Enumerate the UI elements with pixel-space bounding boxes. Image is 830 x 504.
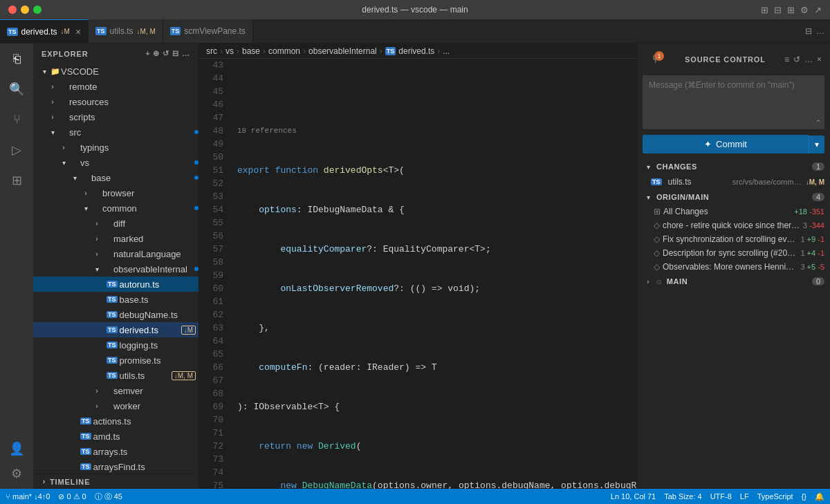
- scm-incoming-header[interactable]: origin/main 4: [637, 189, 830, 205]
- scm-commit-chore[interactable]: ◇ chore - retire quick voice since there…: [637, 218, 830, 232]
- refresh-icon[interactable]: ↺: [163, 49, 169, 58]
- sidebar-item-arraysfind[interactable]: TS arraysFind.ts: [33, 459, 199, 474]
- sidebar-item-common[interactable]: common: [33, 200, 199, 216]
- statusbar-feedback[interactable]: {}: [802, 492, 806, 501]
- scm-close-icon[interactable]: ×: [817, 55, 822, 64]
- statusbar-position[interactable]: Ln 10, Col 71: [611, 492, 656, 501]
- commit-button[interactable]: ✦ Commit: [643, 135, 809, 153]
- scm-file-utils[interactable]: TS utils.ts src/vs/base/common/observabl…: [637, 174, 830, 189]
- new-folder-icon[interactable]: ⊕: [153, 49, 160, 58]
- changes-icon: ⊞: [654, 207, 661, 216]
- explorer-activity-icon[interactable]: ⎗: [4, 46, 29, 71]
- statusbar-branch[interactable]: ⑂ main* ↓4↑0: [6, 492, 50, 501]
- external-icon[interactable]: ↗: [814, 5, 822, 15]
- split-editor-icon[interactable]: ⊟: [805, 26, 812, 36]
- sidebar-item-logging[interactable]: TS logging.ts: [33, 337, 199, 353]
- sidebar: Explorer + ⊕ ↺ ⊟ … 📁 VSCODE remote: [33, 44, 199, 489]
- search-activity-icon[interactable]: 🔍: [4, 77, 29, 102]
- sidebar-item-src[interactable]: src: [33, 124, 199, 140]
- split-icon[interactable]: ⊟: [774, 5, 782, 15]
- scm-refresh-icon[interactable]: ↺: [793, 55, 800, 64]
- sidebar-item-observableinternal[interactable]: observableInternal: [33, 261, 199, 277]
- run-activity-icon[interactable]: ▷: [4, 138, 29, 162]
- sidebar-item-naturallanguage[interactable]: naturalLanguage: [33, 246, 199, 261]
- sidebar-item-derived[interactable]: TS derived.ts ↓M: [33, 322, 199, 337]
- ts-icon: TS: [170, 27, 181, 35]
- scm-main-branch-header[interactable]: ○ main 0: [637, 274, 830, 289]
- statusbar-eol[interactable]: LF: [740, 492, 749, 501]
- code-editor[interactable]: 43 44 45 46 47 48 49 50 51 52 53 54 55 5…: [199, 59, 636, 489]
- tab-derived[interactable]: TS derived.ts ↓M ×: [0, 19, 89, 43]
- breadcrumb-symbol[interactable]: ...: [443, 46, 450, 56]
- sidebar-item-typings[interactable]: typings: [33, 140, 199, 155]
- more-actions-icon[interactable]: …: [816, 26, 824, 36]
- breadcrumb-observableinternal[interactable]: observableInternal: [308, 46, 377, 56]
- sidebar-item-diff[interactable]: diff: [33, 216, 199, 231]
- settings-icon[interactable]: ⚙: [800, 5, 809, 15]
- sidebar-item-worker[interactable]: worker: [33, 398, 199, 413]
- more-icon[interactable]: …: [182, 49, 190, 58]
- new-file-icon[interactable]: +: [145, 49, 150, 58]
- maximize-button[interactable]: [33, 6, 42, 14]
- sidebar-item-base-ts[interactable]: TS base.ts: [33, 292, 199, 307]
- statusbar-encoding[interactable]: UTF-8: [710, 492, 732, 501]
- error-count: 0: [66, 492, 71, 501]
- breadcrumb-base[interactable]: base: [242, 46, 260, 56]
- sidebar-item-arrays[interactable]: TS arrays.ts: [33, 444, 199, 459]
- grid-icon[interactable]: ⊞: [787, 5, 795, 15]
- sidebar-item-resources[interactable]: resources: [33, 94, 199, 109]
- scm-icon[interactable]: ⑂ 1: [645, 49, 666, 70]
- tab-utils[interactable]: TS utils.ts ↓M, M: [89, 19, 163, 43]
- sidebar-item-utils[interactable]: TS utils.ts ↓M, M: [33, 368, 199, 383]
- sidebar-item-debugname[interactable]: TS debugName.ts: [33, 307, 199, 322]
- breadcrumb-vs[interactable]: vs: [225, 46, 234, 56]
- commit-icon: ◇: [654, 234, 660, 244]
- sidebar-item-browser[interactable]: browser: [33, 185, 199, 200]
- sidebar-item-vscode[interactable]: 📁 VSCODE: [33, 64, 199, 79]
- breadcrumb-src[interactable]: src: [206, 46, 217, 56]
- sidebar-item-base[interactable]: base: [33, 170, 199, 185]
- sidebar-item-remote[interactable]: remote: [33, 79, 199, 94]
- commit-message-input[interactable]: [643, 75, 824, 117]
- scm-commit-fix-sync[interactable]: ◇ Fix synchronization of scrolling event…: [637, 232, 830, 246]
- folder-icon: [102, 400, 113, 411]
- sidebar-item-actions[interactable]: TS actions.ts: [33, 413, 199, 429]
- arrow-icon: [58, 157, 69, 168]
- breadcrumb-common[interactable]: common: [268, 46, 300, 56]
- tab-scmviewpane[interactable]: TS scmViewPane.ts: [163, 19, 253, 43]
- sidebar-item-promise[interactable]: TS promise.ts: [33, 353, 199, 368]
- scm-commit-description[interactable]: ◇ Description for sync scrolling (#2090.…: [637, 246, 830, 260]
- statusbar-right: Ln 10, Col 71 Tab Size: 4 UTF-8 LF TypeS…: [611, 492, 824, 501]
- folder-icon: [102, 385, 113, 396]
- minimize-button[interactable]: [21, 6, 29, 14]
- statusbar-info[interactable]: ⓘ ⓪ 45: [95, 492, 122, 502]
- scm-list-view-icon[interactable]: ≡: [784, 55, 789, 64]
- scm-all-changes[interactable]: ⊞ All Changes +18 -351: [637, 205, 830, 218]
- sidebar-item-amd[interactable]: TS amd.ts: [33, 429, 199, 444]
- statusbar-notifications[interactable]: 🔔: [815, 492, 824, 501]
- tab-close-icon[interactable]: ×: [75, 27, 81, 37]
- sidebar-item-scripts[interactable]: scripts: [33, 109, 199, 124]
- scm-changes-header[interactable]: Changes 1: [637, 159, 830, 174]
- scm-more-icon[interactable]: …: [804, 55, 813, 64]
- layout-icon[interactable]: ⊞: [761, 5, 768, 15]
- accounts-activity-icon[interactable]: 👤: [4, 436, 29, 461]
- breadcrumb-derived[interactable]: derived.ts: [398, 46, 434, 56]
- sidebar-item-vs[interactable]: vs: [33, 155, 199, 170]
- commit-dropdown-button[interactable]: ▾: [809, 136, 824, 153]
- sidebar-item-marked[interactable]: marked: [33, 231, 199, 246]
- arrow-icon: [47, 96, 58, 107]
- collapse-all-icon[interactable]: ⊟: [172, 49, 179, 58]
- extensions-activity-icon[interactable]: ⊞: [4, 168, 29, 193]
- scm-commit-observables[interactable]: ◇ Observables: More owners Henning ... 3…: [637, 260, 830, 274]
- statusbar-language[interactable]: TypeScript: [757, 492, 793, 501]
- statusbar-errors[interactable]: ⊘ 0 ⚠ 0: [58, 492, 86, 501]
- statusbar-tabsize[interactable]: Tab Size: 4: [664, 492, 701, 501]
- source-control-activity-icon[interactable]: ⑂: [4, 107, 29, 132]
- close-button[interactable]: [8, 6, 17, 14]
- manage-activity-icon[interactable]: ⚙: [4, 461, 29, 486]
- sidebar-item-semver[interactable]: semver: [33, 383, 199, 398]
- sidebar-item-autorun[interactable]: TS autorun.ts: [33, 277, 199, 292]
- timeline-header[interactable]: TIMELINE: [33, 474, 199, 489]
- commit-expand-icon[interactable]: ⌃: [815, 118, 822, 128]
